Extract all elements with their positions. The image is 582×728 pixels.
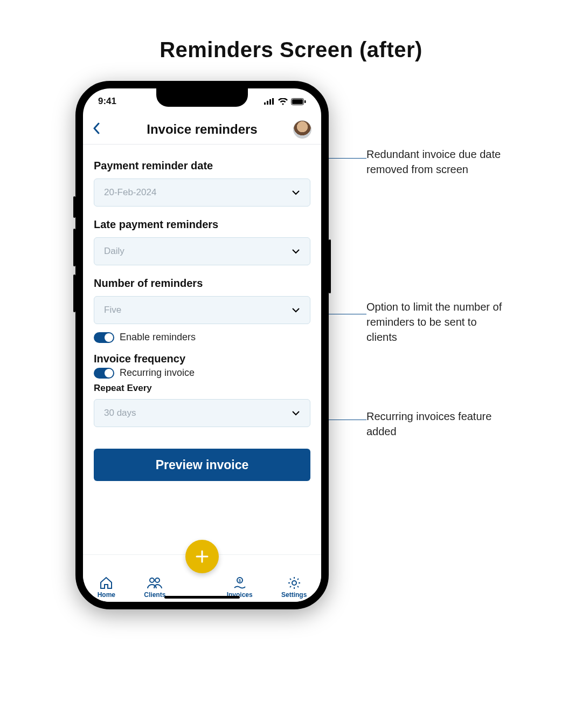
nav-label: Home: [98, 591, 115, 599]
select-number-of-reminders[interactable]: Five: [94, 296, 310, 324]
chevron-down-icon: [292, 408, 300, 418]
label-payment-reminder-date: Payment reminder date: [94, 160, 310, 172]
svg-rect-3: [272, 98, 274, 105]
svg-rect-5: [292, 99, 303, 104]
toggle-recurring-invoice[interactable]: [94, 368, 114, 379]
svg-point-9: [150, 578, 154, 582]
money-hand-icon: $: [232, 576, 247, 590]
page-title: Reminders Screen (after): [0, 0, 582, 62]
users-icon: [147, 576, 163, 590]
bottom-nav: Home Clients $ Invoices Settings: [83, 554, 321, 602]
svg-point-10: [155, 578, 160, 582]
nav-home[interactable]: Home: [98, 576, 115, 599]
annotation-3: Recurring invoices feature added: [366, 409, 507, 439]
notch: [156, 88, 248, 107]
annotation-2: Option to limit the number of reminders …: [366, 299, 507, 345]
svg-rect-1: [267, 101, 268, 105]
select-late-payment-reminders[interactable]: Daily: [94, 237, 310, 265]
add-button[interactable]: [185, 540, 219, 573]
plus-icon: [195, 549, 210, 564]
label-repeat-every: Repeat Every: [94, 383, 310, 394]
label-invoice-frequency: Invoice frequency: [94, 353, 310, 365]
toggle-enable-reminders[interactable]: [94, 332, 114, 343]
label-enable-reminders: Enable reminders: [120, 332, 196, 343]
label-number-of-reminders: Number of reminders: [94, 277, 310, 290]
select-value: 20-Feb-2024: [104, 187, 156, 198]
screen-header: Invoice reminders: [83, 114, 321, 145]
screen-title: Invoice reminders: [147, 122, 257, 137]
preview-invoice-button[interactable]: Preview invoice: [94, 449, 310, 481]
status-time: 9:41: [98, 96, 116, 107]
svg-rect-2: [269, 99, 271, 105]
annotation-1: Redundant invoice due date removed from …: [366, 147, 507, 177]
svg-text:$: $: [239, 579, 241, 583]
select-value: Daily: [104, 246, 124, 257]
nav-label: Clients: [144, 591, 165, 599]
nav-settings[interactable]: Settings: [281, 576, 307, 599]
svg-rect-6: [304, 100, 306, 103]
nav-clients[interactable]: Clients: [144, 576, 165, 599]
select-value: 30 days: [104, 408, 136, 418]
avatar[interactable]: [293, 120, 311, 139]
chevron-left-icon: [93, 122, 100, 134]
phone-frame: 9:41 Invoice reminders Payment reminder …: [75, 81, 329, 609]
nav-label: Settings: [281, 591, 307, 599]
label-late-payment-reminders: Late payment reminders: [94, 218, 310, 231]
select-payment-reminder-date[interactable]: 20-Feb-2024: [94, 178, 310, 207]
home-icon: [99, 576, 113, 590]
battery-icon: [291, 98, 306, 105]
select-repeat-every[interactable]: 30 days: [94, 399, 310, 427]
content-area: Payment reminder date 20-Feb-2024 Late p…: [83, 145, 321, 554]
svg-point-13: [292, 581, 296, 585]
label-recurring-invoice: Recurring invoice: [120, 367, 195, 379]
gear-icon: [287, 576, 301, 590]
nav-invoices[interactable]: $ Invoices: [227, 576, 253, 599]
cellular-icon: [264, 98, 275, 105]
chevron-down-icon: [292, 246, 300, 257]
select-value: Five: [104, 305, 121, 315]
home-indicator: [164, 596, 240, 599]
chevron-down-icon: [292, 305, 300, 315]
svg-rect-0: [264, 102, 266, 105]
chevron-down-icon: [292, 187, 300, 198]
back-button[interactable]: [93, 122, 100, 136]
wifi-icon: [278, 98, 288, 105]
